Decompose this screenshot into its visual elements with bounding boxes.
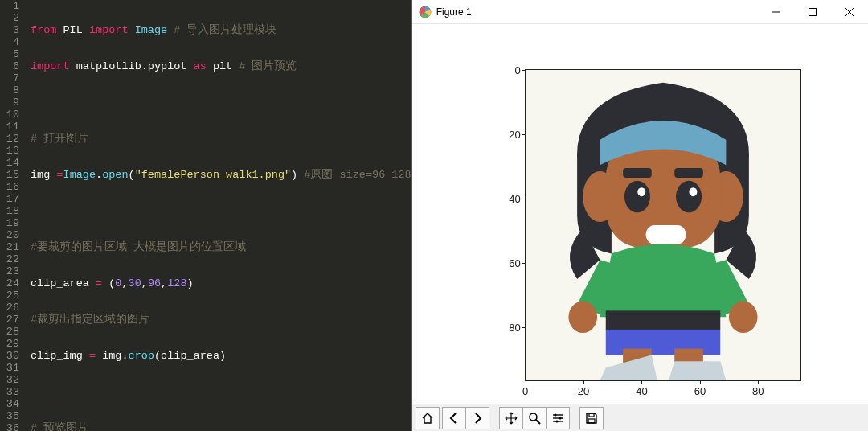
svg-rect-14 (645, 225, 686, 244)
kw-as: as (194, 60, 207, 72)
svg-rect-8 (623, 168, 652, 178)
figure-window: Figure 1 (411, 0, 868, 431)
op-eq: = (56, 169, 63, 181)
line-number: 11 (0, 121, 19, 133)
toolbar-configure-button[interactable] (546, 407, 570, 429)
svg-point-21 (530, 413, 537, 421)
line-number-gutter: 1234567891011121314151617181920212223242… (0, 0, 24, 431)
window-close-button[interactable] (831, 0, 868, 23)
line-number: 6 (0, 60, 19, 72)
line-number: 20 (0, 229, 19, 241)
line-number: 28 (0, 326, 19, 338)
comment: #裁剪出指定区域的图片 (31, 314, 149, 326)
line-number: 22 (0, 253, 19, 265)
svg-point-10 (624, 181, 650, 212)
line-number: 30 (0, 350, 19, 362)
comment: #要裁剪的图片区域 大概是图片的位置区域 (31, 241, 246, 253)
line-number: 16 (0, 181, 19, 193)
x-tick-label: 40 (636, 385, 647, 397)
line-number: 15 (0, 169, 19, 181)
module-matplotlib: matplotlib (76, 60, 141, 72)
line-number: 34 (0, 398, 19, 410)
comment: # 图片预览 (239, 60, 297, 72)
svg-point-17 (568, 302, 597, 333)
toolbar-back-button[interactable] (442, 407, 466, 429)
line-number: 17 (0, 193, 19, 205)
line-number: 24 (0, 277, 19, 289)
toolbar-save-button[interactable] (579, 407, 604, 429)
svg-point-28 (555, 420, 558, 422)
num-96: 96 (148, 277, 161, 289)
line-number: 23 (0, 265, 19, 277)
kw-import: import (89, 24, 129, 36)
x-tick-label: 20 (578, 385, 589, 397)
line-number: 29 (0, 338, 19, 350)
module-pil: PIL (63, 24, 83, 36)
matplotlib-toolbar (412, 404, 868, 431)
line-number: 3 (0, 24, 19, 36)
toolbar-home-button[interactable] (416, 407, 440, 429)
window-minimize-button[interactable] (757, 0, 794, 23)
svg-rect-2 (809, 8, 817, 15)
module-pyplot: pyplot (148, 60, 187, 72)
line-number: 32 (0, 374, 19, 386)
line-number: 31 (0, 362, 19, 374)
y-tick-label: 40 (509, 193, 520, 205)
window-titlebar[interactable]: Figure 1 (412, 0, 868, 24)
var-img: img (31, 169, 50, 181)
num-30: 30 (129, 277, 141, 289)
toolbar-zoom-button[interactable] (522, 407, 547, 429)
y-tick-label: 60 (509, 257, 520, 269)
line-number: 13 (0, 145, 19, 157)
code-editor[interactable]: 1234567891011121314151617181920212223242… (0, 0, 411, 431)
comment: # 打开图片 (31, 133, 88, 145)
line-number: 9 (0, 96, 19, 109)
svg-point-11 (637, 187, 645, 196)
line-number: 7 (0, 72, 19, 84)
svg-point-27 (559, 417, 561, 419)
kw-import: import (31, 60, 70, 72)
alias-plt: plt (213, 60, 232, 72)
comment: # 导入图片处理模块 (174, 24, 276, 36)
line-number: 36 (0, 422, 19, 431)
line-number: 12 (0, 133, 19, 145)
plot-image-sprite (526, 70, 800, 380)
plot-axes: 020406080020406080 (525, 69, 801, 381)
var-clip-img: clip_img (31, 350, 83, 362)
svg-line-22 (536, 420, 540, 424)
toolbar-forward-button[interactable] (465, 407, 489, 429)
svg-point-12 (676, 181, 702, 212)
svg-rect-29 (589, 413, 594, 417)
x-tick-label: 80 (752, 385, 764, 397)
x-tick-label: 60 (694, 385, 706, 397)
num-128: 128 (167, 277, 186, 289)
line-number: 10 (0, 109, 19, 121)
svg-point-18 (729, 302, 758, 333)
var-clip-area: clip_area (31, 277, 89, 289)
y-tick-label: 20 (509, 129, 520, 141)
line-number: 14 (0, 157, 19, 169)
kw-from: from (31, 24, 56, 36)
svg-rect-9 (674, 168, 703, 178)
x-tick-label: 0 (522, 385, 528, 397)
method-crop: crop (129, 350, 154, 362)
method-open: open (102, 169, 128, 181)
y-tick-label: 0 (514, 64, 520, 76)
y-tick-label: 80 (509, 322, 520, 334)
toolbar-pan-button[interactable] (499, 407, 523, 429)
svg-point-26 (554, 413, 556, 416)
line-number: 25 (0, 289, 19, 302)
svg-rect-15 (605, 310, 720, 330)
plot-canvas[interactable]: 020406080020406080 (412, 24, 868, 404)
line-number: 21 (0, 241, 19, 253)
string-filename: "femalePerson_walk1.png" (135, 169, 291, 181)
window-maximize-button[interactable] (794, 0, 831, 23)
code-area[interactable]: from PIL import Image # 导入图片处理模块 import … (24, 0, 411, 431)
window-title: Figure 1 (436, 6, 757, 18)
matplotlib-icon (419, 6, 432, 18)
line-number: 2 (0, 12, 19, 24)
class-image: Image (135, 24, 168, 36)
line-number: 27 (0, 314, 19, 326)
line-number: 35 (0, 410, 19, 422)
comment: # 预览图片 (31, 422, 88, 431)
